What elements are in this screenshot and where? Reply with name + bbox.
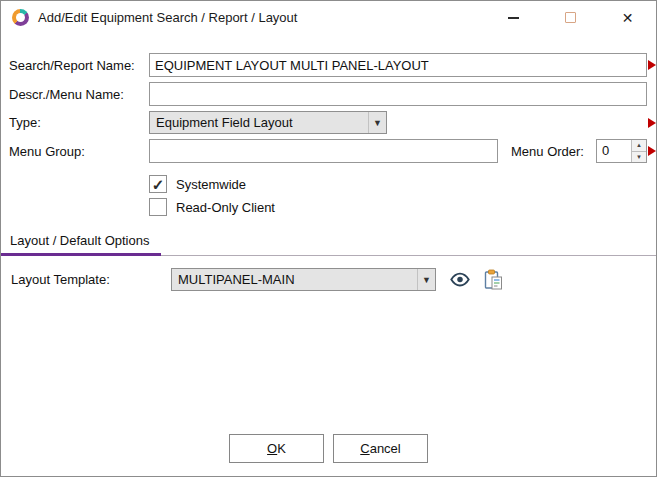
tab-layout-default-options[interactable]: Layout / Default Options: [1, 228, 161, 256]
preview-template-button[interactable]: [449, 272, 471, 287]
type-dropdown[interactable]: Equipment Field Layout ▼: [149, 111, 387, 134]
app-logo-icon: [12, 9, 29, 26]
minimize-icon: [508, 17, 519, 19]
read-only-client-checkbox[interactable]: [149, 198, 167, 216]
chevron-down-icon[interactable]: ▼: [417, 269, 435, 290]
window-controls: ✕: [485, 1, 656, 34]
spin-down-icon[interactable]: ▼: [632, 152, 646, 163]
close-icon: ✕: [622, 11, 634, 25]
descr-menu-name-input[interactable]: [149, 82, 647, 106]
dialog-button-bar: OK Cancel: [1, 434, 656, 463]
menu-group-input[interactable]: [149, 139, 498, 163]
layout-template-dropdown[interactable]: MULTIPANEL-MAIN ▼: [171, 268, 436, 291]
layout-template-value: MULTIPANEL-MAIN: [172, 272, 417, 287]
layout-options-panel: Layout Template: MULTIPANEL-MAIN ▼: [1, 256, 656, 291]
descr-menu-name-row: Descr./Menu Name:: [9, 82, 647, 106]
read-only-client-row: Read-Only Client: [149, 198, 647, 216]
ok-button[interactable]: OK: [229, 434, 324, 463]
search-report-name-label: Search/Report Name:: [9, 58, 149, 73]
systemwide-checkbox[interactable]: [149, 175, 167, 193]
tab-strip: Layout / Default Options: [1, 228, 656, 256]
add-edit-equipment-dialog: Add/Edit Equipment Search / Report / Lay…: [0, 0, 657, 477]
clipboard-paste-icon: [484, 269, 503, 290]
search-report-name-input[interactable]: [149, 53, 647, 77]
read-only-client-label: Read-Only Client: [176, 200, 275, 215]
type-label: Type:: [9, 115, 149, 130]
menu-group-label: Menu Group:: [9, 144, 149, 159]
systemwide-label: Systemwide: [176, 177, 246, 192]
maximize-button[interactable]: [542, 1, 599, 34]
spin-up-icon[interactable]: ▲: [632, 140, 646, 152]
window-title: Add/Edit Equipment Search / Report / Lay…: [38, 10, 297, 25]
form-area: Search/Report Name: Descr./Menu Name: Ty…: [1, 34, 656, 216]
maximize-icon: [565, 12, 576, 23]
paste-template-button[interactable]: [484, 269, 503, 290]
type-row: Type: Equipment Field Layout ▼: [9, 111, 647, 134]
menu-order-value: 0: [597, 140, 631, 162]
systemwide-row: Systemwide: [149, 175, 647, 193]
cancel-button[interactable]: Cancel: [333, 434, 428, 463]
layout-template-label: Layout Template:: [11, 272, 171, 287]
required-marker: [648, 118, 656, 128]
menu-order-label: Menu Order:: [511, 144, 584, 159]
required-marker: [648, 60, 656, 70]
required-marker: [648, 146, 656, 156]
menu-order-stepper[interactable]: 0 ▲ ▼: [596, 139, 647, 163]
menu-group-row: Menu Group: Menu Order: 0 ▲ ▼: [9, 139, 647, 163]
minimize-button[interactable]: [485, 1, 542, 34]
spinner-buttons: ▲ ▼: [631, 140, 646, 162]
close-button[interactable]: ✕: [599, 1, 656, 34]
layout-template-row: Layout Template: MULTIPANEL-MAIN ▼: [11, 268, 647, 291]
type-dropdown-value: Equipment Field Layout: [150, 115, 368, 130]
search-report-name-row: Search/Report Name:: [9, 53, 647, 77]
chevron-down-icon[interactable]: ▼: [368, 112, 386, 133]
descr-menu-name-label: Descr./Menu Name:: [9, 87, 149, 102]
titlebar: Add/Edit Equipment Search / Report / Lay…: [1, 1, 656, 34]
eye-icon: [449, 272, 471, 287]
